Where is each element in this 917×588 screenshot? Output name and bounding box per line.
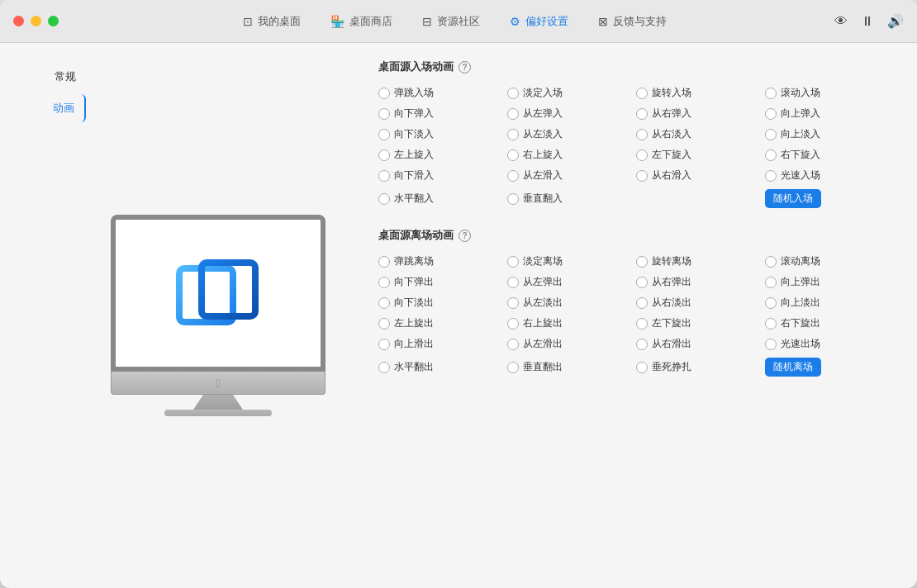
radio-btn-right-up-rotate-out[interactable] [507,318,519,330]
enter-help-icon[interactable]: ? [458,61,471,74]
radio-btn-right-up-rotate-in[interactable] [507,149,519,161]
radio-flip-h-in[interactable]: 水平翻入 [378,189,502,208]
radio-down-bounce-out[interactable]: 向下弹出 [378,275,502,289]
radio-btn-left-fade-out[interactable] [507,297,519,309]
radio-btn-scroll-out[interactable] [765,256,777,268]
radio-btn-down-bounce-in[interactable] [378,108,390,120]
radio-btn-light-speed-in[interactable] [765,170,777,182]
radio-up-bounce-out[interactable]: 向上弹出 [765,275,889,289]
tab-preferences[interactable]: ⚙ 偏好设置 [495,9,583,34]
radio-right-slide-in[interactable]: 从右滑入 [636,168,760,183]
radio-right-slide-out[interactable]: 从右滑出 [636,337,760,351]
radio-rotate-out[interactable]: 旋转离场 [636,254,760,268]
radio-scroll-in[interactable]: 滚动入场 [765,86,889,100]
radio-btn-rotate-in[interactable] [636,88,648,99]
radio-random-out[interactable]: 随机离场 [765,358,889,377]
radio-btn-fade-out[interactable] [507,256,519,268]
radio-fade-out[interactable]: 淡定离场 [507,254,631,268]
radio-btn-hang-out[interactable] [636,362,648,373]
radio-btn-up-slide-out[interactable] [378,339,390,350]
random-in-selected-label[interactable]: 随机入场 [765,189,821,208]
eye-icon[interactable]: 👁 [834,14,848,29]
tab-store[interactable]: 🏪 桌面商店 [316,9,407,34]
radio-left-up-rotate-out[interactable]: 左上旋出 [378,316,502,330]
radio-btn-right-fade-out[interactable] [636,297,648,309]
tab-community[interactable]: ⊟ 资源社区 [407,9,495,34]
radio-btn-right-bounce-out[interactable] [636,277,648,288]
radio-btn-right-bounce-in[interactable] [636,108,648,120]
radio-down-bounce-in[interactable]: 向下弹入 [378,107,502,121]
random-out-selected-label[interactable]: 随机离场 [765,358,821,377]
minimize-button[interactable] [31,16,41,26]
radio-flip-v-in[interactable]: 垂直翻入 [507,189,631,208]
radio-down-slide-in[interactable]: 向下滑入 [378,168,502,183]
radio-right-up-rotate-in[interactable]: 右上旋入 [507,148,631,162]
radio-btn-left-down-rotate-out[interactable] [636,318,648,330]
exit-help-icon[interactable]: ? [458,230,471,242]
radio-btn-right-slide-out[interactable] [636,339,648,350]
volume-icon[interactable]: 🔊 [887,13,904,29]
radio-hang-out[interactable]: 垂死挣扎 [636,358,760,377]
radio-btn-rotate-out[interactable] [636,256,648,268]
close-button[interactable] [13,16,24,26]
maximize-button[interactable] [48,16,59,26]
radio-btn-left-up-rotate-out[interactable] [378,318,390,330]
radio-rotate-in[interactable]: 旋转入场 [636,86,760,100]
radio-btn-right-fade-in[interactable] [636,129,648,140]
radio-btn-left-bounce-in[interactable] [507,108,519,120]
radio-btn-scroll-in[interactable] [765,88,777,99]
radio-btn-flip-v-in[interactable] [507,193,519,205]
radio-flip-v-out[interactable]: 垂直翻出 [507,358,631,377]
radio-btn-left-bounce-out[interactable] [507,277,519,288]
sidebar-item-general[interactable]: 常规 [20,63,86,91]
sidebar-item-animation[interactable]: 动画 [20,94,86,122]
radio-right-bounce-out[interactable]: 从右弹出 [636,275,760,289]
radio-scroll-out[interactable]: 滚动离场 [765,254,889,268]
radio-btn-up-bounce-in[interactable] [765,108,777,120]
radio-left-slide-out[interactable]: 从左滑出 [507,337,631,351]
radio-btn-bounce-out[interactable] [378,256,390,268]
radio-btn-fade-in[interactable] [507,88,519,99]
radio-btn-left-slide-out[interactable] [507,339,519,350]
radio-btn-left-up-rotate-in[interactable] [378,149,390,161]
radio-btn-left-fade-in[interactable] [507,129,519,140]
radio-left-down-rotate-in[interactable]: 左下旋入 [636,148,760,162]
radio-btn-left-down-rotate-in[interactable] [636,149,648,161]
radio-btn-flip-h-in[interactable] [378,193,390,205]
radio-up-bounce-in[interactable]: 向上弹入 [765,107,889,121]
radio-btn-up-fade-out[interactable] [765,297,777,309]
radio-right-fade-out[interactable]: 从右淡出 [636,296,760,310]
radio-left-slide-in[interactable]: 从左滑入 [507,168,631,183]
radio-btn-right-down-rotate-in[interactable] [765,149,777,161]
radio-left-bounce-in[interactable]: 从左弹入 [507,107,631,121]
radio-up-fade-in[interactable]: 向上淡入 [765,127,889,141]
radio-btn-down-slide-in[interactable] [378,170,390,182]
radio-btn-down-fade-out[interactable] [378,297,390,309]
radio-random-in[interactable]: 随机入场 [765,189,889,208]
radio-left-up-rotate-in[interactable]: 左上旋入 [378,148,502,162]
radio-btn-down-bounce-out[interactable] [378,277,390,288]
radio-right-bounce-in[interactable]: 从右弹入 [636,107,760,121]
radio-left-fade-out[interactable]: 从左淡出 [507,296,631,310]
radio-btn-flip-v-out[interactable] [507,362,519,373]
tab-feedback[interactable]: ⊠ 反馈与支持 [583,9,682,34]
radio-btn-up-bounce-out[interactable] [765,277,777,288]
radio-light-speed-out[interactable]: 光速出场 [765,337,889,351]
tab-desktop[interactable]: ⊡ 我的桌面 [228,9,316,34]
radio-up-slide-out[interactable]: 向上滑出 [378,337,502,351]
radio-btn-right-down-rotate-out[interactable] [765,318,777,330]
radio-down-fade-in[interactable]: 向下淡入 [378,127,502,141]
radio-flip-h-out[interactable]: 水平翻出 [378,358,502,377]
radio-left-down-rotate-out[interactable]: 左下旋出 [636,316,760,330]
radio-btn-light-speed-out[interactable] [765,339,777,350]
radio-btn-left-slide-in[interactable] [507,170,519,182]
radio-btn-bounce-in[interactable] [378,88,390,99]
radio-left-fade-in[interactable]: 从左淡入 [507,127,631,141]
radio-btn-right-slide-in[interactable] [636,170,648,182]
radio-left-bounce-out[interactable]: 从左弹出 [507,275,631,289]
pause-icon[interactable]: ⏸ [861,14,874,29]
radio-bounce-in[interactable]: 弹跳入场 [378,86,502,100]
radio-right-down-rotate-in[interactable]: 右下旋入 [765,148,889,162]
radio-light-speed-in[interactable]: 光速入场 [765,168,889,183]
radio-fade-in[interactable]: 淡定入场 [507,86,631,100]
